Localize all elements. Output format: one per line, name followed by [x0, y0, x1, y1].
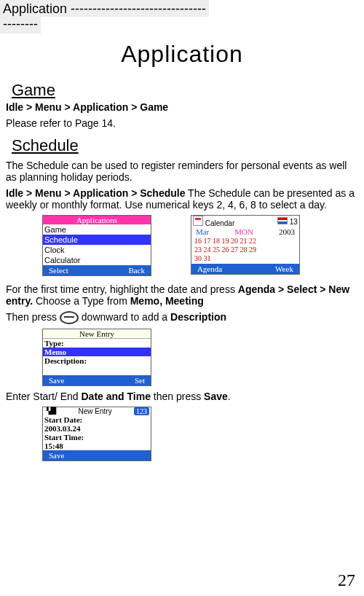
page-title: Application [0, 41, 364, 68]
running-header-cont: -------- [0, 17, 41, 34]
cal-week: 13 [290, 218, 298, 226]
cal-row: 23 24 25 26 27 28 29 [194, 246, 296, 254]
text-bold: Memo, Meeting [130, 295, 204, 307]
save-text: Enter Start/ End Date and Time then pres… [6, 391, 358, 402]
softkey-right: Back [128, 266, 145, 275]
breadcrumb-game: Idle > Menu > Application > Game [6, 101, 358, 113]
list-item: Game [43, 224, 151, 235]
entry-title: New Entry [43, 329, 151, 339]
fig-new-entry-1: New Entry Type: Memo Description: Save S… [42, 329, 151, 386]
softkey-right: Week [275, 264, 293, 273]
list-item: Calculator [43, 255, 151, 265]
softkey-right: Set [135, 376, 145, 385]
entry-row: 15:48 [43, 442, 151, 450]
cal-year: 2003 [279, 227, 295, 236]
schedule-intro: The Schedule can be used to register rem… [6, 160, 358, 183]
fig-apps-title: Applications [43, 216, 151, 224]
entry-row: Memo [43, 348, 151, 356]
entry-title: New Entry [79, 407, 112, 415]
text: Enter Start/ End [6, 391, 82, 402]
cal-month: Mar [196, 227, 209, 236]
cal-status-label: Calendar [205, 219, 235, 227]
list-item: Clock [43, 245, 151, 255]
text-bold: Date and Time [82, 391, 151, 402]
entry-row: Start Time: [43, 433, 151, 442]
softkey-left: Agenda [197, 264, 222, 273]
softkey-left: Save [49, 376, 64, 385]
running-header: Application ----------------------------… [0, 0, 209, 17]
then-press-text: Then press downward to add a Description [6, 311, 358, 324]
entry-row: Description: [43, 356, 151, 365]
text-bold: Save [204, 391, 228, 402]
list-item: Schedule [43, 235, 151, 245]
fig-calendar: Calendar 13 Mar MON 2003 16 17 18 19 20 … [191, 215, 300, 275]
section-heading-schedule: Schedule [12, 136, 358, 155]
entry-row: Start Date: [43, 415, 151, 424]
text: then press [151, 391, 204, 402]
flag-icon [277, 217, 288, 224]
page-number: 27 [338, 570, 355, 590]
cal-row: 16 17 18 19 20 21 22 [194, 237, 296, 246]
input-mode-badge: 123 [134, 407, 149, 415]
fig-new-entry-2: ▝▟█ New Entry 123 Start Date: 2003.03.24… [42, 407, 151, 461]
cal-row: 30 31 [194, 254, 296, 263]
first-entry-text: For the first time entry, highlight the … [6, 283, 358, 307]
section-heading-game: Game [12, 81, 358, 100]
text: downward to add a [82, 311, 170, 323]
softkey-left: Save [49, 451, 64, 460]
text: For the first time entry, highlight the … [6, 283, 238, 295]
game-text: Please refer to Page 14. [6, 117, 358, 129]
softkey-left: Select [49, 266, 68, 275]
text: Then press [6, 311, 60, 323]
schedule-desc-block: Idle > Menu > Application > Schedule The… [6, 187, 358, 211]
fig-apps-list: Game Schedule Clock Calculator [43, 224, 151, 265]
text-bold: Description [170, 311, 226, 323]
signal-icon: ▝▟█ [44, 407, 56, 415]
text: . [228, 391, 231, 402]
text: Choose a Type from [33, 295, 130, 307]
nav-key-icon [60, 311, 79, 324]
calendar-icon [193, 216, 203, 226]
cal-grid: 16 17 18 19 20 21 22 23 24 25 26 27 28 2… [191, 236, 299, 264]
cal-dayname: MON [234, 227, 253, 236]
entry-row: Type: [43, 339, 151, 348]
fig-applications: Applications Game Schedule Clock Calcula… [42, 215, 151, 276]
entry-row: 2003.03.24 [43, 424, 151, 433]
breadcrumb-schedule: Idle > Menu > Application > Schedule [6, 187, 185, 199]
